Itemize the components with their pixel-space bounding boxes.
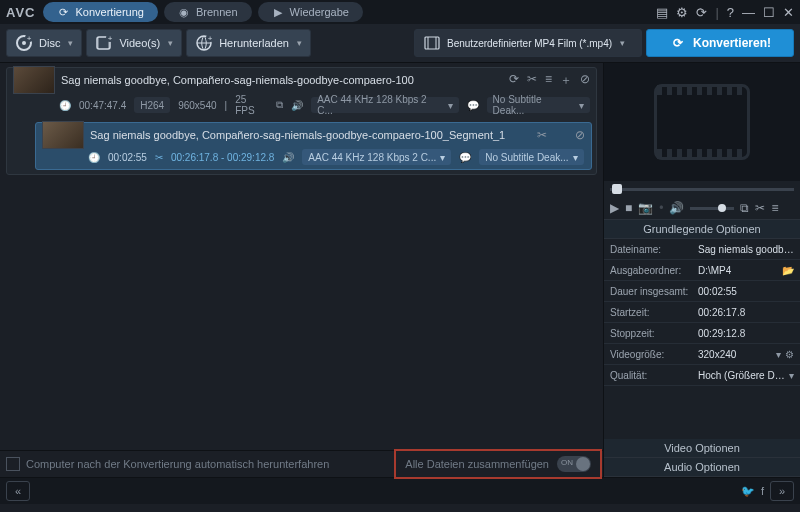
- refresh-icon[interactable]: ⟳: [509, 72, 519, 89]
- subtitle-selector[interactable]: No Subtitle Deak...▾: [487, 97, 590, 113]
- maximize-icon[interactable]: ☐: [763, 5, 775, 20]
- toolbar: + Disc ▾ + Video(s) ▾ + Herunterladen ▾ …: [0, 24, 800, 63]
- gear-icon[interactable]: ⚙: [785, 349, 794, 360]
- prop-quality: Qualität:Hoch (Größere Dateigröße)▾: [604, 365, 800, 386]
- film-reel-icon: [654, 84, 750, 160]
- button-label: Disc: [39, 37, 60, 49]
- snapshot-button[interactable]: 📷: [638, 201, 653, 215]
- button-label: Video(s): [119, 37, 160, 49]
- menu-icon[interactable]: ▤: [656, 5, 668, 20]
- chevron-down-icon: ▾: [297, 38, 302, 48]
- subtitle-selector[interactable]: No Subtitle Deak...▾: [479, 149, 583, 165]
- segment-item[interactable]: Sag niemals goodbye, Compañero-sag-niema…: [35, 122, 592, 170]
- side-panel: ▶ ■ 📷 • 🔊 ⧉ ✂ ≡ Grundlegende Optionen Da…: [604, 63, 800, 477]
- audio-icon: 🔊: [291, 100, 303, 111]
- edit-icon[interactable]: ≡: [545, 72, 552, 89]
- merge-label: Alle Dateien zusammenfügen: [405, 458, 549, 470]
- shutdown-checkbox[interactable]: [6, 457, 20, 471]
- file-item[interactable]: Sag niemals goodbye, Compañero-sag-niema…: [6, 67, 597, 175]
- facebook-icon[interactable]: f: [761, 485, 764, 497]
- volume-icon[interactable]: 🔊: [669, 201, 684, 215]
- output-format-selector[interactable]: Benutzerdefinierter MP4 Film (*.mp4) ▾: [414, 29, 642, 57]
- close-icon[interactable]: ✕: [783, 5, 794, 20]
- collapse-left-button[interactable]: «: [6, 481, 30, 501]
- app-logo: AVC: [6, 5, 35, 20]
- chevron-down-icon[interactable]: ▾: [776, 349, 781, 360]
- download-button[interactable]: + Herunterladen ▾: [186, 29, 311, 57]
- minimize-icon[interactable]: ―: [742, 5, 755, 20]
- 3d-icon[interactable]: ⧉: [276, 99, 283, 111]
- help-icon[interactable]: ?: [727, 5, 734, 20]
- add-segment-icon[interactable]: ＋: [560, 72, 572, 89]
- stop-button[interactable]: ■: [625, 201, 632, 215]
- film-icon: [423, 34, 441, 52]
- globe-add-icon: +: [195, 34, 213, 52]
- prop-output-folder: Ausgabeordner:D:\MP4📂: [604, 260, 800, 281]
- duration-value: 00:47:47.4: [79, 100, 126, 111]
- preview-timeline[interactable]: [604, 181, 800, 197]
- shutdown-label: Computer nach der Konvertierung automati…: [26, 458, 329, 470]
- chevron-down-icon: ▾: [68, 38, 73, 48]
- codec-badge: H264: [134, 97, 170, 113]
- button-label: Herunterladen: [219, 37, 289, 49]
- divider: •: [659, 201, 663, 215]
- volume-slider[interactable]: [690, 207, 734, 210]
- tab-wiedergabe[interactable]: ▶ Wiedergabe: [258, 2, 363, 22]
- subtitle-icon: 💬: [459, 152, 471, 163]
- divider: |: [715, 5, 718, 20]
- main-area: Sag niemals goodbye, Compañero-sag-niema…: [0, 63, 800, 477]
- subtitle-icon: 💬: [467, 100, 479, 111]
- svg-rect-5: [97, 37, 99, 49]
- svg-text:+: +: [108, 34, 113, 43]
- basic-options: Dateiname:Sag niemals goodbye, Co... Aus…: [604, 239, 800, 439]
- merge-toggle[interactable]: ON: [557, 456, 591, 472]
- play-button[interactable]: ▶: [610, 201, 619, 215]
- preview-area: [604, 63, 800, 181]
- cut-icon[interactable]: ✂: [755, 201, 765, 215]
- basic-options-header[interactable]: Grundlegende Optionen: [604, 220, 800, 239]
- resolution-value: 960x540: [178, 100, 216, 111]
- tab-brennen[interactable]: ◉ Brennen: [164, 2, 252, 22]
- button-label: Konvertieren!: [693, 36, 771, 50]
- refresh-icon[interactable]: ⟳: [696, 5, 707, 20]
- link-icon[interactable]: ⧉: [740, 201, 749, 215]
- svg-text:+: +: [208, 34, 213, 43]
- prop-filename: Dateiname:Sag niemals goodbye, Co...: [604, 239, 800, 260]
- audio-track-selector[interactable]: AAC 44 KHz 128 Kbps 2 C...▾: [302, 149, 451, 165]
- duration-value: 00:02:55: [108, 152, 147, 163]
- thumbnail: [42, 121, 84, 149]
- clock-icon: 🕘: [59, 100, 71, 111]
- folder-open-icon[interactable]: 📂: [782, 265, 794, 276]
- cut-icon[interactable]: ✂: [527, 72, 537, 89]
- video-options-header[interactable]: Video Optionen: [604, 439, 800, 458]
- merge-files-control: Alle Dateien zusammenfügen ON: [399, 454, 597, 474]
- disc-add-icon: +: [15, 34, 33, 52]
- collapse-right-button[interactable]: »: [770, 481, 794, 501]
- tab-konvertierung[interactable]: ⟳ Konvertierung: [43, 2, 158, 22]
- remove-icon[interactable]: ⊘: [575, 128, 585, 142]
- status-bar: « 🐦 f »: [0, 477, 800, 504]
- file-list: Sag niemals goodbye, Compañero-sag-niema…: [0, 63, 603, 450]
- convert-button[interactable]: ⟳ Konvertieren!: [646, 29, 794, 57]
- cut-icon[interactable]: ✂: [537, 128, 547, 142]
- add-disc-button[interactable]: + Disc ▾: [6, 29, 82, 57]
- clock-icon: 🕘: [88, 152, 100, 163]
- gear-icon[interactable]: ⚙: [676, 5, 688, 20]
- chevron-down-icon[interactable]: ▾: [789, 370, 794, 381]
- preview-controls: ▶ ■ 📷 • 🔊 ⧉ ✂ ≡: [604, 197, 800, 220]
- audio-icon: 🔊: [282, 152, 294, 163]
- add-videos-button[interactable]: + Video(s) ▾: [86, 29, 182, 57]
- file-title: Sag niemals goodbye, Compañero-sag-niema…: [61, 74, 509, 86]
- tab-bar: AVC ⟳ Konvertierung ◉ Brennen ▶ Wiederga…: [0, 0, 800, 24]
- play-icon: ▶: [272, 6, 284, 18]
- chevron-down-icon: ▾: [620, 38, 625, 48]
- twitter-icon[interactable]: 🐦: [741, 485, 755, 498]
- window-controls: ▤ ⚙ ⟳ | ? ― ☐ ✕: [656, 5, 794, 20]
- remove-icon[interactable]: ⊘: [580, 72, 590, 89]
- prop-video-size: Videogröße:320x240▾⚙: [604, 344, 800, 365]
- disc-icon: ◉: [178, 6, 190, 18]
- file-list-panel: Sag niemals goodbye, Compañero-sag-niema…: [0, 63, 604, 477]
- audio-track-selector[interactable]: AAC 44 KHz 128 Kbps 2 C...▾: [311, 97, 458, 113]
- audio-options-header[interactable]: Audio Optionen: [604, 458, 800, 477]
- edit-icon[interactable]: ≡: [771, 201, 778, 215]
